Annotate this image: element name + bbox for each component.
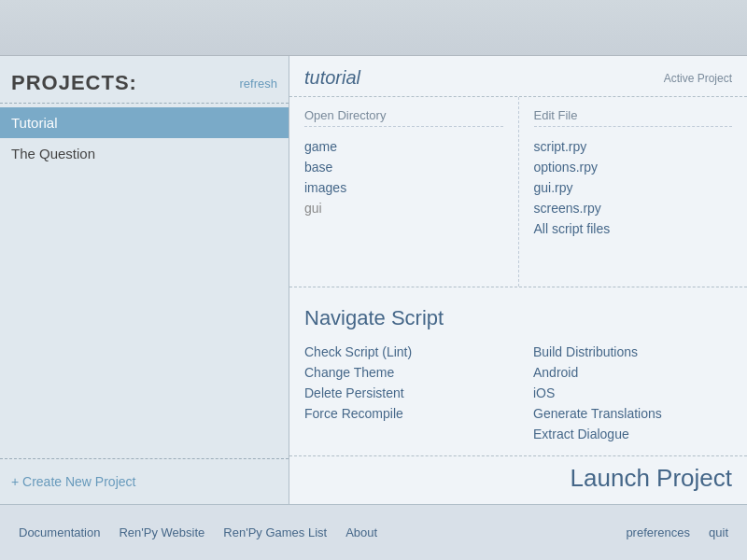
bottom-link-renpy-website[interactable]: Ren'Py Website bbox=[119, 525, 204, 539]
open-directory-label: Open Directory bbox=[304, 108, 503, 127]
project-item-tutorial[interactable]: Tutorial bbox=[0, 107, 289, 138]
launch-section: Launch Project bbox=[289, 455, 747, 504]
open-directory-col: Open Directory game base images gui bbox=[289, 97, 519, 287]
file-screens-rpy[interactable]: screens.rpy bbox=[534, 198, 733, 218]
dir-images[interactable]: images bbox=[304, 177, 503, 198]
bottom-link-quit[interactable]: quit bbox=[709, 525, 728, 539]
navigate-right-col: Build Distributions Android iOS Generate… bbox=[518, 338, 747, 455]
nav-force-recompile[interactable]: Force Recompile bbox=[304, 403, 503, 424]
project-list: Tutorial The Question bbox=[0, 107, 289, 451]
launch-project-button[interactable]: Launch Project bbox=[571, 464, 732, 492]
dir-gui[interactable]: gui bbox=[304, 198, 503, 218]
nav-ios[interactable]: iOS bbox=[533, 383, 732, 403]
right-panel: tutorial Active Project Open Directory g… bbox=[289, 56, 747, 504]
file-all-scripts[interactable]: All script files bbox=[534, 218, 733, 239]
nav-extract-dialogue[interactable]: Extract Dialogue bbox=[533, 424, 732, 444]
edit-file-col: Edit File script.rpy options.rpy gui.rpy… bbox=[519, 97, 748, 287]
projects-header: PROJECTS: refresh bbox=[0, 56, 289, 103]
navigate-cols: Check Script (Lint) Change Theme Delete … bbox=[289, 338, 747, 455]
file-gui-rpy[interactable]: gui.rpy bbox=[534, 177, 733, 198]
nav-android[interactable]: Android bbox=[533, 362, 732, 383]
bottom-link-preferences[interactable]: preferences bbox=[626, 525, 690, 539]
file-options-rpy[interactable]: options.rpy bbox=[534, 157, 733, 177]
navigate-section: Navigate Script Check Script (Lint) Chan… bbox=[289, 287, 747, 455]
main-container: PROJECTS: refresh Tutorial The Question … bbox=[0, 56, 747, 504]
edit-file-label: Edit File bbox=[534, 108, 733, 127]
left-panel: PROJECTS: refresh Tutorial The Question … bbox=[0, 56, 289, 504]
bottom-link-renpy-games-list[interactable]: Ren'Py Games List bbox=[223, 525, 327, 539]
create-new-project-button[interactable]: + Create New Project bbox=[0, 467, 289, 504]
file-script-rpy[interactable]: script.rpy bbox=[534, 136, 733, 157]
nav-check-script[interactable]: Check Script (Lint) bbox=[304, 342, 503, 362]
top-bar bbox=[0, 0, 747, 56]
refresh-button[interactable]: refresh bbox=[240, 77, 277, 91]
left-divider bbox=[0, 458, 289, 459]
navigate-left-col: Check Script (Lint) Change Theme Delete … bbox=[289, 338, 518, 455]
navigate-script-title: Navigate Script bbox=[289, 299, 747, 338]
active-project-label: Active Project bbox=[664, 72, 732, 85]
project-name: tutorial bbox=[304, 67, 360, 89]
nav-change-theme[interactable]: Change Theme bbox=[304, 362, 503, 383]
bottom-bar: Documentation Ren'Py Website Ren'Py Game… bbox=[0, 504, 747, 560]
bottom-link-about[interactable]: About bbox=[345, 525, 377, 539]
bottom-links: Documentation Ren'Py Website Ren'Py Game… bbox=[19, 525, 377, 539]
right-content: Open Directory game base images gui Edit… bbox=[289, 97, 747, 287]
dir-game[interactable]: game bbox=[304, 136, 503, 157]
bottom-link-documentation[interactable]: Documentation bbox=[19, 525, 100, 539]
dir-base[interactable]: base bbox=[304, 157, 503, 177]
project-item-the-question[interactable]: The Question bbox=[0, 138, 289, 169]
nav-delete-persistent[interactable]: Delete Persistent bbox=[304, 383, 503, 403]
projects-divider bbox=[0, 103, 289, 104]
bottom-right-links: preferences quit bbox=[626, 525, 728, 539]
nav-generate-translations[interactable]: Generate Translations bbox=[533, 403, 732, 424]
project-title-bar: tutorial Active Project bbox=[289, 56, 747, 97]
projects-title: PROJECTS: bbox=[11, 71, 137, 95]
nav-build-distributions[interactable]: Build Distributions bbox=[533, 342, 732, 362]
